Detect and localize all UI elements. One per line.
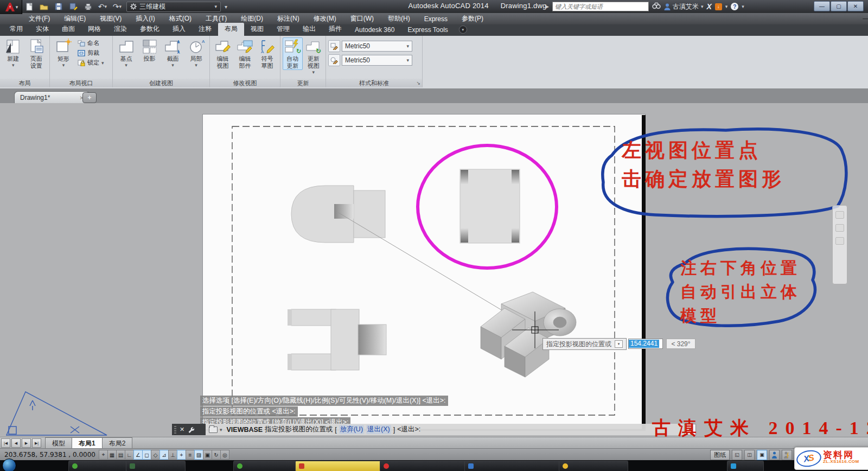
base-view-dropdown-icon[interactable]: ▾ — [125, 62, 127, 68]
undo-dropdown-icon[interactable]: ▾ — [105, 4, 107, 9]
snap-mode-toggle[interactable]: ▦ — [107, 450, 117, 460]
tab-manage[interactable]: 管理 — [270, 23, 296, 36]
last-layout-button[interactable]: ▶| — [32, 438, 41, 448]
selection-cycling-toggle[interactable]: ↻ — [212, 450, 221, 460]
page-setup-button[interactable]: 页面设置 — [25, 37, 48, 70]
polar-tracking-toggle[interactable]: ∠ — [133, 450, 143, 460]
recent-commands-dropdown-icon[interactable]: ▾ — [220, 427, 222, 432]
restore-button[interactable]: ▢ — [831, 1, 847, 11]
tab-parametric[interactable]: 参数化 — [133, 23, 166, 36]
tab-mesh[interactable]: 网格 — [81, 23, 107, 36]
taskbar-app-4[interactable] — [295, 461, 382, 471]
projected-view-button[interactable]: 投影 — [138, 37, 161, 63]
tab-surface[interactable]: 曲面 — [55, 23, 81, 36]
search-button[interactable] — [652, 2, 661, 11]
infer-constraints-toggle[interactable]: ⌖ — [99, 450, 108, 460]
quick-properties-toggle[interactable]: ▣ — [203, 450, 212, 460]
detail-view-dropdown-icon[interactable]: ▾ — [195, 62, 197, 68]
3d-object-snap-toggle[interactable]: ◇ — [151, 450, 160, 460]
start-button[interactable] — [2, 459, 16, 471]
tab-solid[interactable]: 实体 — [29, 23, 55, 36]
section-view-dropdown-icon[interactable]: ▾ — [171, 62, 174, 68]
redo-dropdown-icon[interactable]: ▾ — [119, 4, 122, 9]
3d-model-preview[interactable] — [481, 292, 576, 377]
tab-plugins[interactable]: 插件 — [322, 23, 348, 36]
tab-layout[interactable]: 布局 — [218, 23, 244, 36]
save-button[interactable] — [53, 2, 64, 11]
command-line-grip[interactable] — [174, 426, 176, 434]
view-style-select[interactable]: Metric50▾ — [342, 41, 412, 52]
edit-components-button[interactable]: 编辑部件 — [234, 37, 256, 70]
doc-minimize-button[interactable]: — — [863, 16, 868, 22]
update-download-button[interactable]: ↓ — [715, 3, 722, 10]
file-tab-drawing1[interactable]: Drawing1* ✕ — [14, 91, 90, 104]
menu-help[interactable]: 帮助(H) — [381, 13, 417, 24]
recent-commands-icon[interactable] — [209, 427, 218, 433]
annotation-scale-icon[interactable] — [769, 450, 780, 460]
clip-viewport-button[interactable]: 剪裁 — [76, 48, 106, 58]
lock-dropdown-icon[interactable]: ▾ — [101, 60, 104, 66]
quick-view-layouts-icon[interactable]: ◱ — [732, 450, 742, 460]
navigation-bar[interactable] — [832, 205, 847, 284]
tab-render[interactable]: 渲染 — [107, 23, 133, 36]
taskbar-app-1[interactable] — [68, 461, 128, 471]
infocenter-collapse-icon[interactable]: ▶ — [545, 4, 549, 9]
left-view-geometry[interactable] — [460, 169, 520, 243]
open-button[interactable] — [39, 2, 49, 11]
taskbar-app-7[interactable] — [559, 461, 628, 471]
tab-autodesk360[interactable]: Autodesk 360 — [348, 24, 401, 36]
update-dropdown-icon[interactable]: ▾ — [725, 4, 728, 9]
tab-annotate[interactable]: 注释 — [192, 23, 218, 36]
dynamic-input-distance-field[interactable]: 154.2441 — [628, 339, 663, 349]
menu-express[interactable]: Express — [417, 13, 455, 24]
command-line[interactable]: ✕ ▾ VIEWBASE 指定投影视图的位置或 [ 放弃(U) 退出(X) ] … — [172, 424, 696, 435]
transparency-toggle[interactable]: ▨ — [194, 450, 203, 460]
rect-viewport-dropdown-icon[interactable]: ▾ — [62, 62, 65, 68]
new-layout-dropdown-icon[interactable]: ▾ — [12, 62, 15, 68]
grid-display-toggle[interactable]: ▤ — [116, 450, 125, 460]
selection-preview-icon[interactable]: ▣ — [757, 450, 767, 460]
dynamic-input-toggle[interactable]: + — [177, 450, 186, 460]
taskbar-app-6[interactable] — [464, 461, 561, 471]
help-button[interactable]: ? — [731, 3, 738, 10]
symbol-sketch-button[interactable]: A 符号草图 — [257, 37, 278, 70]
update-view-button[interactable]: ↻ 更新视图 ▾ — [304, 37, 324, 75]
paper-model-toggle-button[interactable]: 图纸 — [710, 450, 730, 460]
dynamic-ucs-toggle[interactable]: ⊥ — [168, 450, 177, 460]
tab-output[interactable]: 输出 — [296, 23, 322, 36]
new-drawing-tab-button[interactable]: + — [82, 92, 97, 103]
orbit-icon[interactable] — [835, 237, 844, 245]
command-option-exit[interactable]: 退出(X) — [366, 425, 391, 434]
lineweight-toggle[interactable]: ≡ — [186, 450, 195, 460]
tab-view[interactable]: 视图 — [244, 23, 270, 36]
command-option-undo[interactable]: 放弃(U) — [339, 425, 364, 434]
menu-window[interactable]: 窗口(W) — [343, 13, 381, 24]
detail-view-button[interactable]: A 局部 ▾ — [185, 37, 207, 68]
edit-view-button[interactable]: 编辑视图 — [212, 37, 233, 70]
styles-dialog-launcher-icon[interactable]: ↘ — [416, 80, 420, 86]
tab-home[interactable]: 常用 — [3, 23, 29, 36]
update-view-dropdown-icon[interactable]: ▾ — [312, 69, 315, 75]
auto-update-button[interactable]: ↻ 自动更新 — [283, 37, 303, 70]
quick-view-drawings-icon[interactable]: ◫ — [744, 450, 755, 460]
menu-parametric[interactable]: 参数(P) — [455, 13, 490, 24]
object-snap-tracking-toggle[interactable]: ⊿ — [159, 450, 169, 460]
front-view-geometry[interactable] — [288, 309, 386, 370]
taskbar-app-2[interactable] — [126, 461, 186, 471]
view-style-icon[interactable] — [328, 40, 340, 52]
command-close-icon[interactable]: ✕ — [180, 426, 184, 433]
drawing-area[interactable]: 左视图位置点 击确定放置图形 注右下角位置 自动引出立体 模型 指定投影视图的位… — [0, 103, 868, 437]
undo-button[interactable]: ↶▾ — [97, 2, 108, 11]
rect-viewport-button[interactable]: 矩形 ▾ — [52, 37, 75, 68]
annotation-monitor-toggle[interactable]: ◎ — [220, 450, 229, 460]
application-menu-button[interactable]: ▾ — [0, 0, 22, 14]
section-style-select[interactable]: Metric50▾ — [342, 55, 412, 66]
redo-button[interactable]: ↷▾ — [112, 2, 123, 11]
zoom-icon[interactable] — [835, 224, 844, 232]
model-tab[interactable]: 模型 — [45, 437, 72, 449]
layout1-tab[interactable]: 布局1 — [72, 437, 103, 449]
lock-viewport-button[interactable]: 锁定 ▾ — [76, 58, 106, 67]
minimize-button[interactable]: — — [814, 1, 830, 11]
qat-customize-dropdown-icon[interactable]: ▾ — [225, 4, 227, 10]
object-snap-toggle[interactable]: ◻ — [142, 450, 151, 460]
